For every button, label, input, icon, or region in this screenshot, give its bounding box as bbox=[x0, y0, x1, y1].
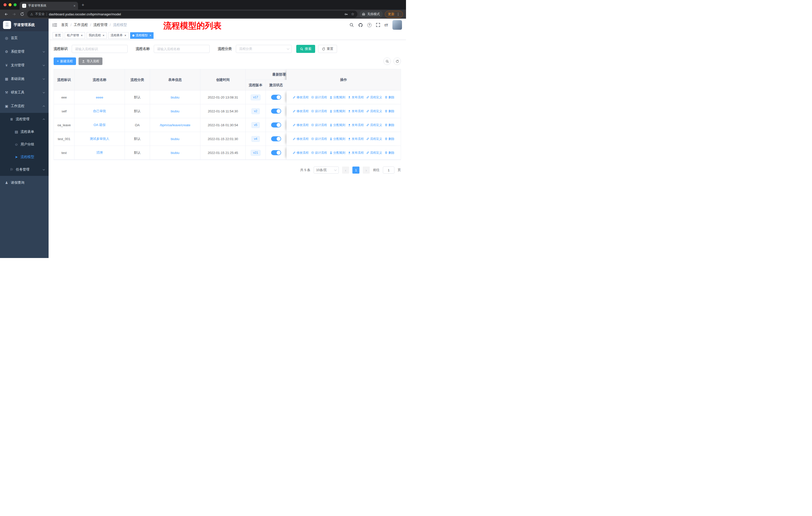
update-button[interactable]: 更新 ⋮ bbox=[385, 11, 403, 18]
process-name-link[interactable]: 测试多审批人 bbox=[90, 137, 110, 141]
action-process-definition[interactable]: 流程定义 bbox=[366, 137, 382, 141]
action-modify-process[interactable]: 修改流程 bbox=[293, 123, 309, 127]
action-assign-rules[interactable]: 分配规则 bbox=[329, 95, 345, 100]
action-design-process[interactable]: 设计流程 bbox=[311, 137, 327, 141]
fullscreen-icon[interactable] bbox=[376, 23, 380, 27]
browser-tab[interactable]: 芋道管理系统 × bbox=[20, 2, 78, 9]
action-assign-rules[interactable]: 分配规则 bbox=[329, 151, 345, 155]
form-info-link[interactable]: /bpm/oa/leave/create bbox=[160, 123, 190, 127]
address-bar[interactable]: ⚠ 不安全 dashboard.yudao.iocoder.cn/bpm/man… bbox=[27, 10, 357, 18]
category-select[interactable]: 流程分类 bbox=[236, 45, 292, 53]
view-tag-流程表单[interactable]: 流程表单 × bbox=[108, 32, 128, 39]
form-info-link[interactable]: biubiu bbox=[171, 96, 179, 99]
active-status-toggle[interactable] bbox=[271, 123, 281, 128]
logo-row[interactable]: 芋道管理系统 bbox=[0, 19, 49, 31]
breadcrumb-item[interactable]: 流程管理 bbox=[93, 23, 108, 27]
sidebar-item-leave-query[interactable]: ♟ 请假查询 bbox=[0, 176, 49, 189]
process-name-link[interactable]: 自己审批 bbox=[93, 109, 106, 113]
action-assign-rules[interactable]: 分配规则 bbox=[329, 137, 345, 141]
sidebar-item-task-management[interactable]: ⚐ 任务管理 bbox=[0, 163, 49, 176]
action-design-process[interactable]: 设计流程 bbox=[311, 109, 327, 113]
goto-page-input[interactable] bbox=[383, 166, 395, 173]
view-tag-我的流程[interactable]: 我的流程 × bbox=[87, 32, 107, 39]
action-design-process[interactable]: 设计流程 bbox=[311, 151, 327, 155]
action-publish-process[interactable]: 发布流程 bbox=[348, 109, 364, 113]
browser-menu-kebab-icon[interactable]: ⋮ bbox=[397, 12, 400, 16]
search-button[interactable]: 搜索 bbox=[296, 45, 315, 53]
action-process-definition[interactable]: 流程定义 bbox=[366, 151, 382, 155]
security-label[interactable]: 不安全 bbox=[35, 12, 45, 17]
view-tag-流程模型[interactable]: 流程模型 × bbox=[130, 32, 154, 39]
tab-close-icon[interactable]: × bbox=[74, 4, 76, 7]
sidebar-item-process-model[interactable]: ➤ 流程模型 bbox=[0, 151, 49, 163]
sidebar-item-system[interactable]: ⚙ 系统管理 bbox=[0, 45, 49, 58]
forward-button[interactable] bbox=[11, 11, 17, 17]
import-process-button[interactable]: 导入流程 bbox=[79, 57, 103, 65]
process-name-link[interactable]: OA 请假 bbox=[94, 123, 106, 127]
sidebar-collapse-icon[interactable] bbox=[53, 23, 57, 27]
action-assign-rules[interactable]: 分配规则 bbox=[329, 123, 345, 127]
form-info-link[interactable]: biubiu bbox=[171, 109, 179, 113]
sidebar-item-infrastructure[interactable]: ▦ 基础设施 bbox=[0, 72, 49, 86]
help-icon[interactable]: ? bbox=[367, 23, 372, 27]
prev-page-button[interactable]: ‹ bbox=[342, 166, 349, 173]
reset-button[interactable]: 重置 bbox=[318, 45, 337, 53]
back-button[interactable] bbox=[3, 11, 9, 17]
breadcrumb-item[interactable]: 首页 bbox=[61, 23, 68, 27]
form-info-link[interactable]: biubiu bbox=[171, 137, 179, 141]
process-name-link[interactable]: 滔博 bbox=[96, 151, 103, 155]
sidebar-item-devtools[interactable]: ⚒ 研发工具 bbox=[0, 86, 49, 99]
action-modify-process[interactable]: 修改流程 bbox=[293, 109, 309, 113]
view-tag-租户管理[interactable]: 租户管理 × bbox=[65, 32, 85, 39]
action-modify-process[interactable]: 修改流程 bbox=[293, 151, 309, 155]
user-avatar[interactable] bbox=[393, 20, 402, 30]
sidebar-item-process-management[interactable]: ≣ 流程管理 bbox=[0, 113, 49, 126]
active-status-toggle[interactable] bbox=[271, 136, 281, 141]
breadcrumb-item[interactable]: 工作流程 bbox=[74, 23, 88, 27]
action-publish-process[interactable]: 发布流程 bbox=[348, 95, 364, 100]
sidebar-item-user-group[interactable]: ☺ 用户分组 bbox=[0, 138, 49, 151]
tag-close-icon[interactable]: × bbox=[124, 34, 126, 37]
reload-button[interactable] bbox=[19, 11, 25, 17]
page-size-select[interactable]: 10条/页 bbox=[314, 166, 339, 173]
action-design-process[interactable]: 设计流程 bbox=[311, 123, 327, 127]
action-process-definition[interactable]: 流程定义 bbox=[366, 123, 382, 127]
refresh-table-button[interactable] bbox=[394, 57, 401, 65]
new-tab-button[interactable]: + bbox=[82, 2, 84, 8]
action-publish-process[interactable]: 发布流程 bbox=[348, 123, 364, 127]
action-modify-process[interactable]: 修改流程 bbox=[293, 95, 309, 100]
action-publish-process[interactable]: 发布流程 bbox=[348, 137, 364, 141]
active-status-toggle[interactable] bbox=[271, 109, 281, 114]
url-text[interactable]: dashboard.yudao.iocoder.cn/bpm/manager/m… bbox=[49, 12, 121, 16]
process-key-input[interactable] bbox=[72, 45, 127, 53]
close-window-button[interactable] bbox=[3, 3, 6, 6]
action-delete[interactable]: 删除 bbox=[385, 109, 395, 113]
password-key-icon[interactable] bbox=[344, 12, 348, 16]
tag-close-icon[interactable]: × bbox=[81, 34, 83, 37]
maximize-window-button[interactable] bbox=[13, 3, 17, 6]
action-delete[interactable]: 删除 bbox=[385, 151, 395, 155]
process-name-input[interactable] bbox=[154, 45, 210, 53]
action-publish-process[interactable]: 发布流程 bbox=[348, 151, 364, 155]
incognito-chip[interactable]: 无痕模式 bbox=[359, 10, 383, 18]
bookmark-star-icon[interactable]: ☆ bbox=[351, 12, 354, 17]
current-page-button[interactable]: 1 bbox=[352, 166, 359, 173]
search-icon[interactable] bbox=[349, 23, 354, 27]
action-design-process[interactable]: 设计流程 bbox=[311, 95, 327, 100]
tag-close-icon[interactable]: × bbox=[103, 34, 105, 37]
action-delete[interactable]: 删除 bbox=[385, 123, 395, 127]
active-status-toggle[interactable] bbox=[271, 150, 281, 155]
action-process-definition[interactable]: 流程定义 bbox=[366, 109, 382, 113]
sidebar-item-process-form[interactable]: ▤ 流程表单 bbox=[0, 126, 49, 138]
tag-close-icon[interactable]: × bbox=[149, 34, 151, 37]
action-delete[interactable]: 删除 bbox=[385, 95, 395, 100]
active-status-toggle[interactable] bbox=[271, 95, 281, 100]
sidebar-item-workflow[interactable]: ▣ 工作流程 bbox=[0, 99, 49, 113]
action-delete[interactable]: 删除 bbox=[385, 137, 395, 141]
github-icon[interactable] bbox=[358, 23, 363, 27]
form-info-link[interactable]: biubiu bbox=[171, 151, 179, 155]
toggle-search-button[interactable] bbox=[383, 57, 391, 65]
view-tag-首页[interactable]: 首页 bbox=[53, 32, 63, 39]
sidebar-item-home[interactable]: ◎ 首页 bbox=[0, 31, 49, 45]
action-process-definition[interactable]: 流程定义 bbox=[366, 95, 382, 100]
